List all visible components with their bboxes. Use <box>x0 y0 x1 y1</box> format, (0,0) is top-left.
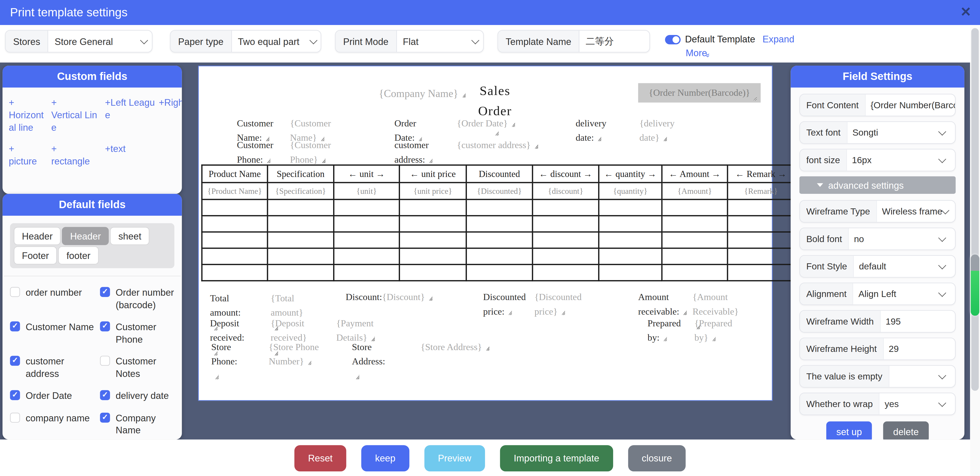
edit-handle-icon[interactable] <box>495 131 499 135</box>
checkbox-company-name-lower[interactable]: company name <box>10 408 100 440</box>
column-header[interactable]: Discounted <box>466 165 533 183</box>
edit-handle-icon[interactable] <box>663 136 667 141</box>
scrollbar-green-indicator[interactable] <box>970 254 979 316</box>
checkbox-checked-icon[interactable] <box>100 390 110 400</box>
set-up-button[interactable]: set up <box>826 421 872 439</box>
page-scrollbar[interactable] <box>970 25 980 476</box>
font-size-select[interactable]: font size 16px <box>800 149 956 171</box>
edit-handle-icon[interactable] <box>266 158 270 163</box>
column-header[interactable]: ← unit price <box>399 165 466 183</box>
checkbox-checked-icon[interactable] <box>100 287 110 297</box>
alignment-select[interactable]: Alignment Align Left <box>800 283 956 305</box>
edit-handle-icon[interactable] <box>511 122 515 127</box>
checkbox-order-date[interactable]: Order Date <box>10 386 100 406</box>
order-date-value[interactable]: {Order Date} <box>457 116 526 131</box>
wrap-select[interactable]: Whether to wrap yes <box>800 393 956 415</box>
edit-handle-icon[interactable] <box>534 144 538 149</box>
discounted-price-label[interactable]: Discounted price: <box>483 290 528 319</box>
add-right-button[interactable]: +Right <box>159 96 182 134</box>
tab-sheet[interactable]: sheet <box>110 227 150 245</box>
checkbox-company-name[interactable]: Company Name <box>100 408 182 440</box>
add-left-league-button[interactable]: +Left League <box>105 96 155 134</box>
edit-handle-icon[interactable] <box>321 158 326 163</box>
doc-title-field[interactable]: Sales Order <box>476 81 514 141</box>
amount-receivable-label[interactable]: Amount receivable: <box>638 290 687 319</box>
tab-header-2[interactable]: Header <box>62 227 109 245</box>
discount-field[interactable]: Discount:{Discount} <box>346 290 446 304</box>
wireframe-width-input[interactable]: 195 <box>881 311 955 332</box>
edit-handle-icon[interactable] <box>215 374 219 379</box>
checkbox-checked-icon[interactable] <box>10 390 20 400</box>
edit-handle-icon[interactable] <box>752 96 757 101</box>
store-address-value[interactable]: {Store Address} <box>421 340 546 355</box>
column-header[interactable]: ← unit → <box>334 165 399 183</box>
discounted-price-value[interactable]: {Discounted price} <box>534 290 583 319</box>
closure-button[interactable]: closure <box>628 445 686 471</box>
column-header[interactable]: Product Name <box>202 165 267 183</box>
stores-select[interactable]: Stores Store General <box>5 30 153 53</box>
scrollbar-thumb[interactable] <box>971 28 979 391</box>
edit-handle-icon[interactable] <box>485 346 489 351</box>
order-number-barcode-field-selected[interactable]: {Order Number(Barcode)} <box>638 83 761 103</box>
company-name-field[interactable]: {Company Name} <box>379 86 466 102</box>
wireframe-width-field[interactable]: Wireframe Width 195 <box>800 310 956 333</box>
checkbox-order-number-barcode[interactable]: Order number (barcode) <box>100 283 182 315</box>
value-empty-select[interactable]: The value is empty <box>800 365 956 388</box>
expand-link[interactable]: Expand <box>762 34 794 45</box>
delete-button[interactable]: delete <box>883 421 929 439</box>
wireframe-height-field[interactable]: Wireframe Height 29 <box>800 337 956 360</box>
wireframe-height-input[interactable]: 29 <box>884 338 955 360</box>
customer-address-label[interactable]: customer address: <box>395 138 438 167</box>
checkbox-order-number[interactable]: order number <box>10 283 100 315</box>
customer-address-value[interactable]: {customer address} <box>457 138 557 153</box>
bold-font-select[interactable]: Bold font no <box>800 228 956 250</box>
delivery-date-label[interactable]: delivery date: <box>576 116 614 145</box>
tab-footer-1[interactable]: Footer <box>14 247 57 264</box>
edit-handle-icon[interactable] <box>355 374 360 379</box>
print-mode-select[interactable]: Print Mode Flat <box>335 30 484 53</box>
column-header[interactable]: ← quantity → <box>599 165 662 183</box>
table-cell[interactable]: {Discounted} <box>466 183 533 199</box>
add-rectangle-button[interactable]: +rectangle <box>51 142 101 167</box>
table-cell[interactable]: {unit} <box>334 183 399 199</box>
paper-type-select[interactable]: Paper type Two equal part <box>170 30 321 53</box>
checkbox[interactable] <box>10 287 20 297</box>
edit-handle-icon[interactable] <box>461 92 466 97</box>
advanced-settings-toggle[interactable]: advanced settings <box>800 176 956 194</box>
checkbox-checked-icon[interactable] <box>100 321 110 331</box>
add-picture-button[interactable]: +picture <box>9 142 48 167</box>
customer-phone-label[interactable]: Customer Phone: <box>237 138 280 167</box>
checkbox-checked-icon[interactable] <box>10 356 20 366</box>
prepared-by-value[interactable]: {Prepared by} <box>694 317 737 345</box>
items-table[interactable]: Product Name Specification ← unit → ← un… <box>201 164 795 282</box>
edit-handle-icon[interactable] <box>428 296 433 301</box>
font-style-select[interactable]: Font Style default <box>800 255 956 278</box>
edit-handle-icon[interactable] <box>711 336 716 341</box>
edit-handle-icon[interactable] <box>682 310 687 315</box>
edit-handle-icon[interactable] <box>307 360 312 365</box>
table-cell[interactable]: {quantity} <box>599 183 662 199</box>
default-template-toggle[interactable] <box>665 35 681 45</box>
checkbox-customer-address[interactable]: customer address <box>10 351 100 383</box>
discount-value[interactable]: {Discount} <box>382 292 425 302</box>
close-icon[interactable]: ✕ <box>960 4 971 19</box>
checkbox-delivery-date[interactable]: delivery date <box>100 386 182 406</box>
checkbox-checked-icon[interactable] <box>100 412 110 422</box>
edit-handle-icon[interactable] <box>561 310 565 315</box>
checkbox-customer-notes[interactable]: Customer Notes <box>100 351 182 383</box>
tab-footer-2[interactable]: footer <box>59 247 99 264</box>
column-header[interactable]: ← Amount → <box>662 165 727 183</box>
template-name-input[interactable]: 二等分 <box>579 31 649 52</box>
store-phone-value[interactable]: {Store Phone Number} <box>269 340 324 369</box>
column-header[interactable]: Specification <box>267 165 334 183</box>
table-cell[interactable]: {unit price} <box>399 183 466 199</box>
column-header[interactable]: ← discount → <box>533 165 599 183</box>
add-text-button[interactable]: +text <box>105 142 155 167</box>
import-template-button[interactable]: Importing a template <box>500 445 613 471</box>
add-vertical-line-button[interactable]: +Vertical Line <box>51 96 101 134</box>
table-cell[interactable]: {Specification} <box>267 183 334 199</box>
keep-button[interactable]: keep <box>361 445 409 471</box>
edit-handle-icon[interactable] <box>663 336 667 341</box>
store-address-label[interactable]: Store Address: <box>352 340 389 383</box>
customer-phone-value[interactable]: {Customer Phone} <box>290 138 337 167</box>
